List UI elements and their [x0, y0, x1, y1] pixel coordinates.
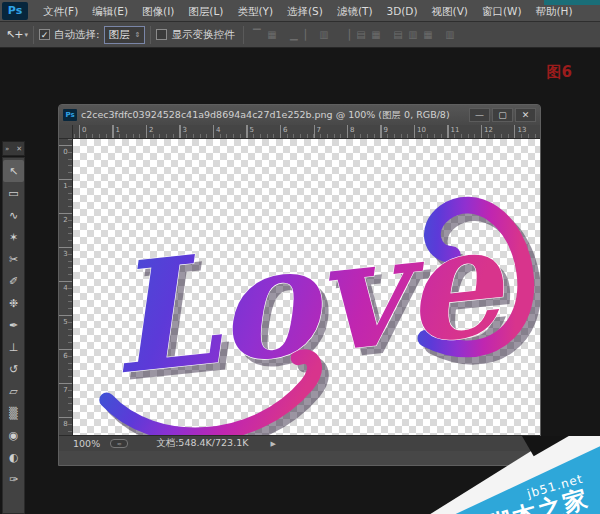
ruler-tick-label: 6	[274, 125, 308, 138]
align-bottom-edges-icon[interactable]: ▁	[286, 29, 301, 40]
menu-item[interactable]: 图层(L)	[181, 0, 230, 22]
alignment-icons: ▔▦▁▏▥▕▤▦▤▥▦▥	[249, 29, 457, 40]
brush-tool[interactable]: ✒	[3, 314, 24, 336]
ruler-tick-label: 11	[442, 125, 476, 138]
love-artwork: Love Love	[73, 139, 540, 451]
align-top-edges-icon[interactable]: ▔	[249, 29, 264, 40]
menu-items: 文件(F)编辑(E)图像(I)图层(L)类型(Y)选择(S)滤镜(T)3D(D)…	[36, 0, 580, 22]
screenshot-edge-artifact	[544, 0, 600, 5]
history-brush-tool[interactable]: ↺	[3, 358, 24, 380]
chevron-down-icon[interactable]: ▾	[24, 31, 28, 39]
menu-item[interactable]: 选择(S)	[280, 0, 330, 22]
auto-select-target-value: 图层	[109, 28, 130, 42]
ruler-tick-label: 9	[375, 125, 409, 138]
options-bar: ↖+ ▾ ✓ 自动选择: 图层 ⇕ 显示变换控件 ▔▦▁▏▥▕▤▦▤▥▦▥	[0, 22, 600, 48]
canvas-transparent-background[interactable]: Love Love	[73, 139, 540, 451]
document-title-bar[interactable]: Ps c2cec3fdfc03924528c41a9d8694a4c27d1e2…	[59, 105, 540, 125]
eraser-tool[interactable]: ▱	[3, 380, 24, 402]
ruler-tick-label: 1	[59, 173, 72, 207]
menu-item[interactable]: 滤镜(T)	[330, 0, 380, 22]
ruler-tick-label: 4	[59, 275, 72, 309]
pen-tool[interactable]: ✑	[3, 468, 24, 490]
ruler-tick-label: 3	[174, 125, 208, 138]
ruler-tick-label: 7	[59, 377, 72, 411]
ruler-tick-label: 5	[59, 309, 72, 343]
align-horizontal-centers-icon[interactable]: ▥	[316, 29, 331, 40]
marquee-tool[interactable]: ▭	[3, 182, 24, 204]
ruler-tick-label: 0	[73, 125, 107, 138]
menu-bar: Ps 文件(F)编辑(E)图像(I)图层(L)类型(Y)选择(S)滤镜(T)3D…	[0, 0, 600, 22]
ruler-tick-label: 7	[308, 125, 342, 138]
menu-item[interactable]: 3D(D)	[379, 0, 424, 22]
status-menu-arrow-icon[interactable]: ▶	[270, 440, 275, 448]
distribute-vertical-centers-icon[interactable]: ▦	[368, 29, 383, 40]
zoom-level[interactable]: 100%	[73, 438, 100, 449]
document-ps-icon: Ps	[63, 109, 77, 121]
menu-item[interactable]: 类型(Y)	[230, 0, 280, 22]
scrubby-zoom-icon[interactable]: ≈	[110, 439, 128, 448]
document-size-info: 文档:548.4K/723.1K	[156, 437, 248, 450]
ruler-tick-label: 13	[509, 125, 541, 138]
align-left-edges-icon[interactable]: ▏	[301, 29, 316, 40]
auto-select-label: 自动选择:	[54, 28, 100, 42]
maximize-button[interactable]: ▢	[492, 108, 513, 122]
auto-select-checkbox[interactable]: ✓	[39, 29, 50, 40]
ruler-tick-label: 12	[475, 125, 509, 138]
dropdown-arrows-icon: ⇕	[135, 31, 141, 39]
ruler-origin-corner[interactable]	[59, 125, 73, 139]
move-tool[interactable]: ↖	[3, 160, 24, 182]
dodge-tool[interactable]: ◐	[3, 446, 24, 468]
healing-brush-tool[interactable]: ❉	[3, 292, 24, 314]
ruler-tick-label: 4	[207, 125, 241, 138]
ruler-tick-label: 6	[59, 343, 72, 377]
ruler-tick-label: 8	[341, 125, 375, 138]
ruler-tick-label: 10	[408, 125, 442, 138]
close-button[interactable]: ✕	[515, 108, 536, 122]
blur-tool[interactable]: ◉	[3, 424, 24, 446]
collapse-panel-icon[interactable]: »	[5, 145, 9, 153]
separator	[33, 26, 34, 44]
figure-caption: 图6	[547, 63, 572, 82]
photoshop-logo: Ps	[2, 2, 28, 20]
ruler-tick-label: 1	[107, 125, 141, 138]
ruler-tick-label: 2	[140, 125, 174, 138]
ruler-tick-label: 0	[59, 139, 72, 173]
horizontal-ruler[interactable]: 012345678910111213	[73, 125, 540, 139]
ruler-tick-label: 3	[59, 241, 72, 275]
distribute-right-edges-icon[interactable]: ▥	[442, 29, 457, 40]
menu-item[interactable]: 编辑(E)	[85, 0, 135, 22]
minimize-button[interactable]: —	[469, 108, 490, 122]
tool-panel: ↖▭∿✶✂✐❉✒⊥↺▱▒◉◐✑	[2, 157, 25, 514]
clone-stamp-tool[interactable]: ⊥	[3, 336, 24, 358]
vertical-ruler[interactable]: 0123456789	[59, 139, 73, 451]
distribute-horizontal-centers-icon[interactable]: ▦	[420, 29, 435, 40]
close-panel-icon[interactable]: ✕	[16, 145, 22, 153]
crop-tool[interactable]: ✂	[3, 248, 24, 270]
menu-item[interactable]: 文件(F)	[36, 0, 85, 22]
document-window: Ps c2cec3fdfc03924528c41a9d8694a4c27d1e2…	[58, 104, 541, 466]
lasso-tool[interactable]: ∿	[3, 204, 24, 226]
menu-item[interactable]: 图像(I)	[135, 0, 181, 22]
eyedropper-tool[interactable]: ✐	[3, 270, 24, 292]
align-right-edges-icon[interactable]: ▕	[338, 29, 353, 40]
show-transform-label: 显示变换控件	[171, 28, 234, 42]
distribute-top-edges-icon[interactable]: ▤	[353, 29, 368, 40]
distribute-bottom-edges-icon[interactable]: ▤	[390, 29, 405, 40]
distribute-left-edges-icon[interactable]: ▥	[405, 29, 420, 40]
tool-panel-header: » ✕	[2, 141, 25, 156]
menu-item[interactable]: 视图(V)	[425, 0, 475, 22]
auto-select-target-dropdown[interactable]: 图层 ⇕	[104, 26, 146, 44]
ruler-tick-label: 2	[59, 207, 72, 241]
show-transform-checkbox[interactable]	[156, 29, 167, 40]
move-tool-preset-icon[interactable]: ↖+	[6, 28, 22, 41]
magic-wand-tool[interactable]: ✶	[3, 226, 24, 248]
watermark-banner: jb51.net 脚本之家	[405, 436, 600, 514]
menu-item[interactable]: 窗口(W)	[475, 0, 529, 22]
separator	[243, 26, 244, 44]
ruler-tick-label: 5	[241, 125, 275, 138]
align-vertical-centers-icon[interactable]: ▦	[264, 29, 279, 40]
document-title: c2cec3fdfc03924528c41a9d8694a4c27d1e252b…	[81, 109, 465, 122]
gradient-tool[interactable]: ▒	[3, 402, 24, 424]
separator	[150, 26, 151, 44]
